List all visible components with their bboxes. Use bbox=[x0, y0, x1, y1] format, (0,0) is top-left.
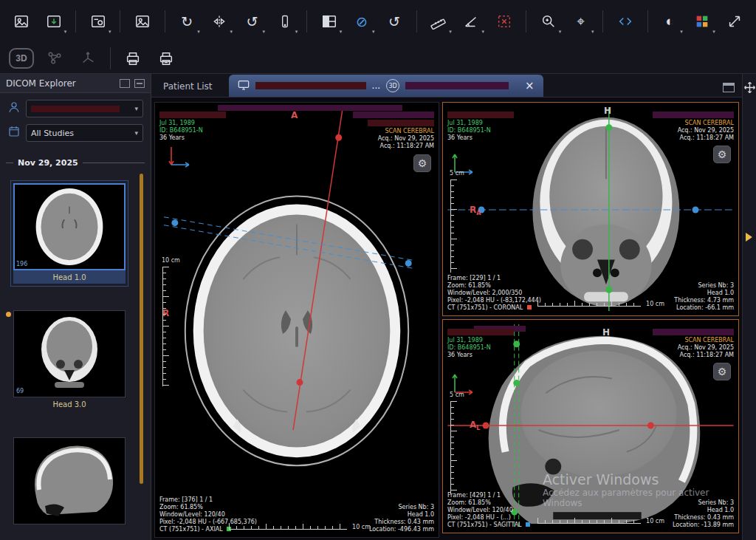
scan-info-overlay: SCAN CEREBRAL Acq.: Nov 29, 2025 Acq.: 1… bbox=[353, 112, 434, 150]
patient-info-overlay: Jul 31, 1989 ID: B648951-N 36 Years bbox=[447, 112, 514, 142]
toolbar-separator bbox=[75, 10, 76, 33]
tab-active-study[interactable]: ... 3D × bbox=[229, 75, 543, 97]
sidebar-scrollbar[interactable] bbox=[140, 174, 143, 484]
scale-bar: 10 cm bbox=[537, 301, 641, 307]
fullscreen-icon[interactable] bbox=[720, 7, 750, 36]
redacted-scan-line bbox=[368, 120, 434, 126]
dropdown-caret: ▾ bbox=[591, 29, 594, 35]
sidebar-title: DICOM Explorer bbox=[6, 78, 76, 89]
viewport-sagittal[interactable]: H AL Jul 31, 1989 ID: B648951-N 36 Years… bbox=[442, 319, 739, 533]
dropdown-caret: ▾ bbox=[680, 29, 683, 35]
thumbnail-frame-count: 69 bbox=[16, 388, 24, 394]
orientation-head: H bbox=[602, 327, 610, 338]
dropdown-caret: ▾ bbox=[64, 29, 67, 35]
thumbnail-image-axial bbox=[13, 183, 126, 270]
date-group-label: Nov 29, 2025 bbox=[18, 158, 78, 168]
compare-icon[interactable] bbox=[610, 7, 640, 36]
3d-badge: 3D bbox=[9, 48, 34, 69]
dropdown-caret: ▾ bbox=[340, 29, 343, 35]
axes-indicator bbox=[165, 143, 195, 172]
annotate-angle-icon[interactable]: ▾ bbox=[456, 7, 487, 36]
crosshair-overlay[interactable] bbox=[155, 103, 439, 537]
collapse-icon[interactable] bbox=[134, 79, 145, 88]
zoom-icon[interactable]: ▾ bbox=[533, 7, 563, 36]
toolbar-separator bbox=[647, 10, 648, 33]
redacted-institution bbox=[653, 329, 734, 335]
scan-info-overlay: SCAN CEREBRAL Acq.: Nov 29, 2025 Acq.: 1… bbox=[653, 112, 734, 142]
import-image-icon[interactable]: ▾ bbox=[38, 7, 69, 36]
viewport-settings-button[interactable]: ⚙ bbox=[713, 146, 731, 163]
series-info-overlay: Series Nb: 3 Head 1.0 Thickness: 0.43 mm… bbox=[673, 499, 734, 529]
measure-ruler-icon[interactable]: ▾ bbox=[424, 7, 454, 36]
viewport-coronal[interactable]: H RA Jul 31, 1989 ID: B648951-N 36 Years… bbox=[442, 102, 739, 316]
pin-icon[interactable] bbox=[120, 79, 130, 88]
3d-mode-icon[interactable]: 3D bbox=[6, 44, 37, 73]
dropdown-caret: ▾ bbox=[197, 29, 200, 35]
viewport-settings-button[interactable]: ⚙ bbox=[413, 154, 431, 172]
image-info-icon[interactable]: ▾ bbox=[83, 7, 113, 36]
clear-measurements-icon[interactable] bbox=[489, 7, 519, 36]
toolbar-separator bbox=[306, 10, 307, 33]
flip-series-icon[interactable]: ▾ bbox=[205, 7, 235, 36]
vertical-ruler: 5 cm bbox=[450, 401, 457, 494]
print-icon[interactable] bbox=[117, 44, 148, 73]
patient-info-overlay: Jul 31, 1989 ID: B648951-N 36 Years bbox=[159, 112, 226, 142]
dropdown-caret: ▾ bbox=[263, 29, 266, 35]
dropdown-caret: ▾ bbox=[449, 29, 452, 35]
dropdown-caret: ▾ bbox=[372, 29, 375, 35]
dicom-explorer-panel: DICOM Explorer ▾ All Studies ▾ Nov 29, 2… bbox=[0, 74, 151, 540]
thumbnail-head-3[interactable]: 69 Head 3.0 bbox=[13, 310, 126, 411]
studies-select[interactable]: All Studies ▾ bbox=[26, 124, 143, 142]
thumbnail-head-1[interactable]: 196 Head 1.0 bbox=[13, 183, 126, 284]
frame-info-overlay: Frame: [429] 1 / 1 Zoom: 61.85% Window/L… bbox=[447, 492, 530, 529]
reset-icon[interactable]: ↺ bbox=[379, 7, 410, 36]
tab-ellipsis: ... bbox=[372, 81, 380, 91]
panel-toggle-icon[interactable] bbox=[723, 83, 735, 92]
redacted-institution bbox=[218, 105, 402, 111]
plane-color-swatch bbox=[527, 305, 532, 310]
main-toolbar: ▾ ▾ ↻▾ ▾ ↺▾ ▾ ▾ ⊘▾ ↺ ▾ ▾ ▾ ⌖▾ bbox=[0, 0, 756, 43]
redacted-patient-name bbox=[159, 112, 226, 118]
color-layout-icon[interactable]: ▾ bbox=[687, 7, 718, 36]
viewport-axial[interactable]: A R Jul 31, 1989 ID: B648951-N 36 Years … bbox=[154, 102, 439, 538]
layout-grid-icon[interactable]: ▾ bbox=[314, 7, 344, 36]
tab-bar: Patient List ... 3D × bbox=[151, 74, 742, 98]
toolbar-separator bbox=[120, 10, 120, 33]
thumbnail-sagittal[interactable] bbox=[13, 437, 126, 524]
3d-series-icon: 3D bbox=[386, 79, 399, 92]
pan-target-icon[interactable]: ⌖▾ bbox=[566, 7, 596, 36]
dropdown-caret: ▾ bbox=[559, 29, 562, 35]
thumbnail-image-sagittal bbox=[13, 437, 126, 524]
orientation-right: RA bbox=[470, 205, 481, 216]
vertical-ruler: 5 cm bbox=[450, 180, 457, 273]
brightness-icon[interactable]: ◐▾ bbox=[655, 7, 685, 36]
patient-select[interactable]: ▾ bbox=[26, 100, 143, 117]
redacted-patient-name bbox=[255, 82, 366, 89]
redacted-patient-name bbox=[447, 329, 514, 335]
tab-patient-list[interactable]: Patient List bbox=[151, 76, 224, 97]
viewport-settings-button[interactable]: ⚙ bbox=[713, 363, 731, 380]
vertical-ruler: 10 cm bbox=[162, 267, 169, 386]
sidebar-header: DICOM Explorer bbox=[0, 74, 151, 93]
thumbnail-label: Head 1.0 bbox=[13, 270, 126, 284]
sync-off-icon[interactable]: ⊘▾ bbox=[346, 7, 377, 36]
device-capture-icon[interactable]: ▾ bbox=[269, 7, 300, 36]
orientation-icon[interactable]: ↺▾ bbox=[237, 7, 267, 36]
pan-views-icon[interactable] bbox=[743, 81, 756, 94]
series-info-overlay: Series Nb: 3 Head 1.0 Thickness: 0.43 mm… bbox=[369, 504, 434, 533]
chevron-down-icon: ▾ bbox=[134, 105, 138, 112]
expand-panel-arrow[interactable] bbox=[746, 233, 752, 242]
dropdown-caret: ▾ bbox=[109, 29, 111, 35]
thumbnail-image-coronal bbox=[13, 310, 126, 397]
tab-close-button[interactable]: × bbox=[525, 79, 535, 92]
date-group[interactable]: Nov 29, 2025 bbox=[6, 158, 145, 168]
toolbar-separator bbox=[165, 10, 165, 33]
view-image-icon[interactable] bbox=[127, 7, 157, 36]
scout-image-icon[interactable] bbox=[6, 7, 36, 36]
rotate-series-icon[interactable]: ↻▾ bbox=[172, 7, 202, 36]
orientation-anterior: A bbox=[291, 110, 298, 120]
print-layout-icon[interactable] bbox=[151, 44, 182, 73]
mpr-structure-icon[interactable] bbox=[39, 44, 70, 73]
axes-3d-icon[interactable] bbox=[72, 44, 103, 73]
dropdown-caret: ▾ bbox=[230, 29, 233, 35]
